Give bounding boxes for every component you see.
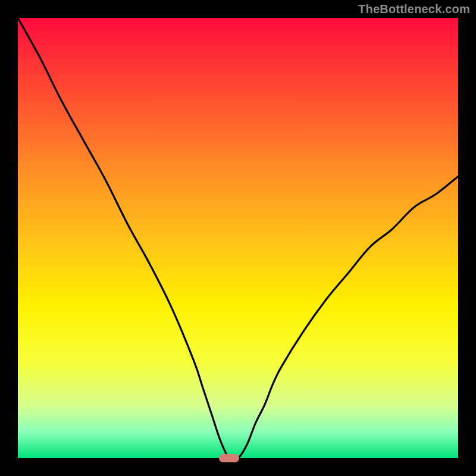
bottleneck-curve: [18, 18, 458, 458]
optimum-marker: [219, 454, 239, 462]
watermark-text: TheBottleneck.com: [358, 2, 470, 16]
chart-frame: TheBottleneck.com: [0, 0, 476, 476]
plot-area: [18, 18, 458, 458]
